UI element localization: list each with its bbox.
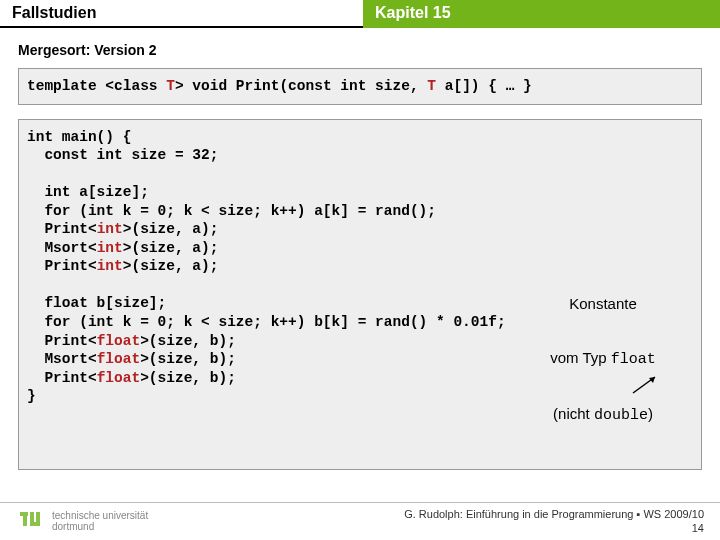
txt: >(size, a); [123,258,219,274]
txt: >(size, b); [140,370,236,386]
slide-footer: technische universität dortmund G. Rudol… [0,502,720,540]
txt: Msort< [27,240,97,256]
credit-line: G. Rudolph: Einführung in die Programmie… [404,508,704,521]
mono: double [594,407,648,424]
txt: } [27,388,36,404]
tpl-T: T [166,78,175,94]
tpl: float [97,333,141,349]
annot-l2: vom Typ float [523,349,683,369]
footer-credit: G. Rudolph: Einführung in die Programmie… [404,508,704,534]
uni2: dortmund [52,522,148,533]
tpl: int [97,258,123,274]
txt: ( [71,314,88,330]
svg-rect-3 [23,512,27,526]
tpl: int [97,240,123,256]
header-right: Kapitel 15 [363,0,720,28]
kw: int [27,129,53,145]
txt: >(size, a); [123,240,219,256]
slide-header: Fallstudien Kapitel 15 [0,0,720,28]
code-main: int main() { const int size = 32; int a[… [18,119,702,471]
txt: size = 32; [123,147,219,163]
tpl-T2: T [427,78,436,94]
university-logo: technische universität dortmund [16,508,148,536]
kw: int [88,314,114,330]
header-left: Fallstudien [0,0,363,28]
tpl: float [97,370,141,386]
txt: >(size, a); [123,221,219,237]
tpl: float [97,351,141,367]
mono: float [611,351,656,368]
kw: float [27,295,88,311]
uni1: technische universität [52,511,148,522]
txt: Print< [27,258,97,274]
kw: const int [27,147,123,163]
kw-template: template [27,78,97,94]
kw: int [88,203,114,219]
annot-l3: (nicht double) [523,405,683,425]
param-a: a[]) { … } [436,78,532,94]
tpl: int [97,221,123,237]
fn-print: Print( [227,78,288,94]
svg-rect-6 [30,522,40,526]
txt: >(size, b); [140,333,236,349]
txt: Print< [27,333,97,349]
txt: >(size, b); [140,351,236,367]
t: vom Typ [550,349,611,366]
txt: k = 0; k < size; k++) b[k] = rand() * 0.… [114,314,506,330]
page-number: 14 [404,522,704,535]
txt: Print< [27,370,97,386]
kw-class: <class [97,78,167,94]
txt: ( [71,203,88,219]
annot-l1: Konstante [523,295,683,313]
kw: for [27,203,71,219]
subtitle: Mergesort: Version 2 [18,42,702,58]
university-name: technische universität dortmund [52,511,148,532]
code-signature: template <class T> void Print(const int … [18,68,702,105]
t: ) [648,405,653,422]
txt: a[size]; [71,184,149,200]
annotation: Konstante vom Typ float (nicht double) [523,259,683,461]
param-size: size, [366,78,427,94]
txt: main() { [53,129,131,145]
kw: int [27,184,71,200]
kw-constint: const int [288,78,366,94]
txt: k = 0; k < size; k++) a[k] = rand(); [114,203,436,219]
slide-content: Mergesort: Version 2 template <class T> … [0,28,720,470]
kw: for [27,314,71,330]
kw-void: void [192,78,227,94]
txt: Msort< [27,351,97,367]
tu-logo-icon [16,508,44,536]
txt: Print< [27,221,97,237]
txt: b[size]; [88,295,166,311]
t: (nicht [553,405,594,422]
angle-close: > [175,78,192,94]
